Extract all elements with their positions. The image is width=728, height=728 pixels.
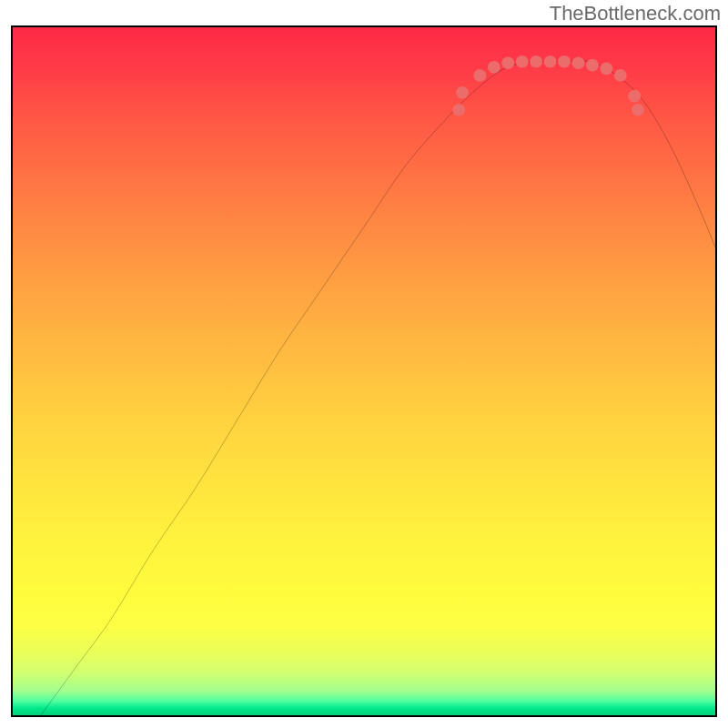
marker-dot — [632, 104, 644, 116]
marker-dot — [558, 56, 571, 68]
marker-dot — [600, 63, 612, 76]
marker-dot — [452, 104, 465, 116]
marker-dot — [586, 59, 599, 72]
marker-dot — [530, 56, 542, 68]
marker-dot — [544, 56, 557, 68]
marker-dot — [628, 90, 641, 103]
attribution-text: TheBottleneck.com — [550, 2, 721, 25]
marker-dot — [488, 61, 500, 74]
marker-dot — [614, 69, 627, 82]
marker-dot — [473, 69, 486, 82]
marker-dot — [501, 57, 514, 70]
marker-dot — [516, 56, 529, 68]
chart-plot-area — [11, 25, 717, 717]
optimal-zone-markers — [13, 27, 715, 715]
marker-dot — [456, 86, 469, 99]
marker-dot — [572, 57, 585, 70]
